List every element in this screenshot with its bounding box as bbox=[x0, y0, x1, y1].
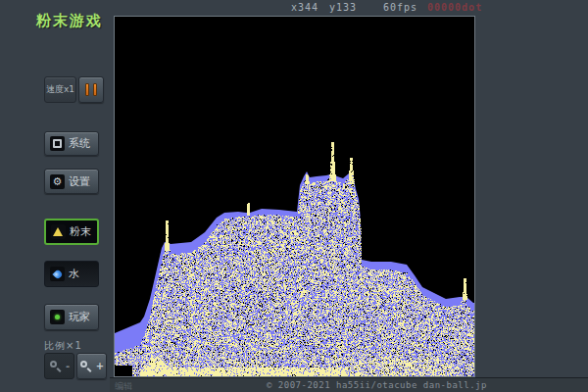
cursor-y-readout: y133 bbox=[329, 2, 357, 13]
footer-bar: 编辑 © 2007-2021 ha55ii/otacube dan-ball.j… bbox=[110, 377, 588, 392]
page-title: 粉末游戏 bbox=[36, 12, 103, 30]
zoom-out-button[interactable]: - bbox=[44, 353, 74, 379]
fps-readout: 60fps bbox=[383, 2, 417, 13]
powder-game-app: x344 y133 60fps 00000dot 粉末游戏 速度x1 系统 ⚙ … bbox=[0, 0, 588, 392]
settings-label: 设置 bbox=[69, 174, 90, 189]
dot-count-readout: 00000dot bbox=[427, 2, 482, 13]
magnifier-plus-icon bbox=[79, 360, 92, 372]
pause-icon bbox=[85, 83, 89, 96]
pause-button[interactable] bbox=[78, 76, 104, 103]
edit-label: 编辑 bbox=[115, 380, 132, 392]
game-canvas[interactable] bbox=[115, 17, 474, 376]
speed-button[interactable]: 速度x1 bbox=[44, 76, 76, 103]
powder-label: 粉末 bbox=[70, 224, 91, 239]
gear-icon: ⚙ bbox=[50, 174, 65, 189]
water-label: 水 bbox=[69, 267, 79, 281]
game-area-frame bbox=[114, 16, 475, 377]
player-label: 玩家 bbox=[69, 310, 90, 324]
zoom-in-button[interactable]: + bbox=[76, 353, 107, 379]
sidebar-item-player[interactable]: 玩家 bbox=[44, 304, 99, 330]
powder-icon bbox=[51, 224, 66, 239]
element-button-water[interactable]: 水 bbox=[44, 261, 99, 287]
magnifier-minus-icon bbox=[49, 360, 62, 372]
speed-label: 速度x1 bbox=[46, 83, 74, 96]
player-icon bbox=[50, 310, 65, 324]
water-icon bbox=[50, 267, 65, 281]
system-label: 系统 bbox=[69, 136, 90, 151]
monitor-icon bbox=[50, 136, 65, 151]
sidebar-item-settings[interactable]: ⚙ 设置 bbox=[44, 169, 99, 194]
copyright-text: © 2007-2021 ha55ii/otacube dan-ball.jp bbox=[267, 380, 487, 390]
element-button-powder[interactable]: 粉末 bbox=[44, 219, 99, 245]
scale-label: 比例×1 bbox=[44, 339, 82, 353]
cursor-x-readout: x344 bbox=[291, 2, 318, 13]
sidebar-item-system[interactable]: 系统 bbox=[44, 131, 99, 156]
pause-icon bbox=[93, 83, 97, 96]
